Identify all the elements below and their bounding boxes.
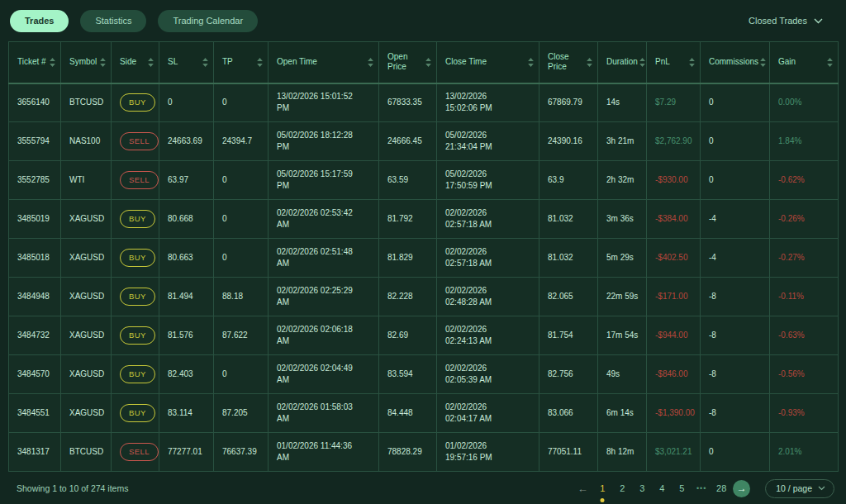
prev-page-button[interactable]: ← xyxy=(574,480,591,497)
open_time-value: 02/02/2026 02:04:49 AM xyxy=(277,364,353,385)
pnl-value: -$1,390.00 xyxy=(655,408,695,417)
sort-icon[interactable] xyxy=(689,58,695,67)
cell-commissions: 0 xyxy=(701,161,770,200)
column-header-side[interactable]: Side xyxy=(112,42,159,83)
column-header-pnl[interactable]: PnL xyxy=(647,42,701,83)
column-header-symbol[interactable]: Symbol xyxy=(61,42,112,83)
page-number-1[interactable]: 1 xyxy=(594,480,611,497)
cell-ticket: 3484732 xyxy=(9,316,61,355)
cell-side: SELL xyxy=(112,122,159,161)
column-header-gain[interactable]: Gain xyxy=(770,42,839,83)
sort-icon[interactable] xyxy=(760,58,766,67)
sort-icon[interactable] xyxy=(827,58,833,67)
sort-icon[interactable] xyxy=(50,58,55,67)
sort-icon[interactable] xyxy=(587,58,592,67)
pnl-value: -$384.00 xyxy=(655,214,687,223)
column-label: SL xyxy=(168,57,178,68)
cell-close_time: 02/02/2026 02:05:39 AM xyxy=(437,355,539,394)
cell-close_price: 82.756 xyxy=(539,355,598,394)
tab-trades[interactable]: Trades xyxy=(10,10,69,32)
cell-sl: 81.494 xyxy=(159,278,214,316)
close_price-value: 82.065 xyxy=(548,292,573,301)
sl-value: 81.494 xyxy=(168,292,193,301)
column-header-close_time[interactable]: Close Time xyxy=(437,42,539,83)
page-number-5[interactable]: 5 xyxy=(673,480,690,497)
commissions-value: 0 xyxy=(709,97,714,107)
cell-sl: 77277.01 xyxy=(159,433,214,472)
open_price-value: 81.792 xyxy=(387,214,413,223)
cell-open_time: 02/02/2026 02:04:49 AM xyxy=(269,355,379,394)
close_time-value: 01/02/2026 19:57:16 PM xyxy=(445,441,492,463)
sort-icon[interactable] xyxy=(368,58,373,67)
page-size-select[interactable]: 10 / page xyxy=(765,479,834,498)
symbol-value: NAS100 xyxy=(69,136,100,145)
cell-gain: 0.00% xyxy=(770,83,839,122)
sort-icon[interactable] xyxy=(100,58,106,67)
cell-open_time: 05/02/2026 15:17:59 PM xyxy=(269,161,379,200)
side-badge: BUY xyxy=(120,365,155,383)
ticket-value: 3552785 xyxy=(17,175,50,184)
column-header-ticket[interactable]: Ticket # xyxy=(9,42,61,83)
next-page-button[interactable]: → xyxy=(733,480,750,497)
page-number-2[interactable]: 2 xyxy=(614,480,630,497)
tab-trading-calendar[interactable]: Trading Calendar xyxy=(158,10,258,32)
ticket-value: 3484551 xyxy=(17,408,50,417)
open_time-value: 02/02/2026 02:51:48 AM xyxy=(277,247,353,269)
cell-close_price: 63.9 xyxy=(539,161,598,200)
close_time-value: 05/02/2026 21:34:04 PM xyxy=(445,131,492,152)
sort-icon[interactable] xyxy=(528,58,534,67)
tp-value: 0 xyxy=(222,175,227,184)
arrow-left-icon: ← xyxy=(577,483,588,495)
sl-value: 83.114 xyxy=(168,408,192,417)
cell-close_time: 01/02/2026 19:57:16 PM xyxy=(437,433,539,472)
commissions-value: 0 xyxy=(709,175,714,184)
column-header-open_time[interactable]: Open Time xyxy=(269,42,379,83)
cell-gain: 2.01% xyxy=(770,433,839,472)
open_price-value: 81.829 xyxy=(387,253,413,262)
column-header-close_price[interactable]: Close Price xyxy=(539,42,598,83)
column-header-commissions[interactable]: Commissions xyxy=(701,42,770,83)
open_time-value: 01/02/2026 11:44:36 AM xyxy=(277,441,352,463)
sort-icon[interactable] xyxy=(639,58,645,67)
sort-icon[interactable] xyxy=(202,58,208,67)
tp-value: 0 xyxy=(222,369,227,378)
duration-value: 8h 12m xyxy=(606,447,634,456)
sort-icon[interactable] xyxy=(425,58,431,67)
cell-close_price: 81.754 xyxy=(539,316,598,355)
cell-duration: 6m 14s xyxy=(598,394,647,433)
duration-value: 17m 54s xyxy=(606,330,638,340)
cell-close_time: 02/02/2026 02:57:18 AM xyxy=(437,200,539,239)
cell-close_time: 05/02/2026 21:34:04 PM xyxy=(437,122,539,161)
tab-statistics[interactable]: Statistics xyxy=(80,10,146,32)
symbol-value: XAGUSD xyxy=(69,214,104,223)
column-header-tp[interactable]: TP xyxy=(214,42,269,83)
sort-icon[interactable] xyxy=(257,58,263,67)
page-number-4[interactable]: 4 xyxy=(654,480,670,497)
cell-duration: 3h 21m xyxy=(598,122,647,161)
gain-value: -0.56% xyxy=(778,369,805,378)
pnl-value: -$944.00 xyxy=(655,330,687,340)
column-header-duration[interactable]: Duration xyxy=(598,42,647,83)
pagination-ellipsis[interactable]: ••• xyxy=(693,480,710,497)
sort-icon[interactable] xyxy=(148,58,154,67)
cell-open_price: 81.829 xyxy=(379,239,437,278)
close_price-value: 81.032 xyxy=(548,214,573,223)
closed-trades-dropdown[interactable]: Closed Trades xyxy=(749,16,823,26)
column-header-sl[interactable]: SL xyxy=(159,42,214,83)
cell-commissions: -8 xyxy=(701,278,770,316)
ticket-value: 3555794 xyxy=(17,136,50,145)
column-label: Duration xyxy=(606,57,638,68)
column-label: Close Price xyxy=(548,52,585,73)
cell-commissions: 0 xyxy=(701,122,770,161)
close_time-value: 02/02/2026 02:24:13 AM xyxy=(445,325,492,346)
cell-commissions: -4 xyxy=(701,200,770,239)
page-number-28[interactable]: 28 xyxy=(713,480,730,497)
page-number-3[interactable]: 3 xyxy=(634,480,650,497)
open_time-value: 13/02/2026 15:01:52 PM xyxy=(277,92,353,113)
column-header-open_price[interactable]: Open Price xyxy=(379,42,437,83)
cell-ticket: 3484948 xyxy=(9,278,61,316)
symbol-value: XAGUSD xyxy=(69,369,104,378)
cell-ticket: 3484570 xyxy=(9,355,61,394)
cell-gain: -0.26% xyxy=(770,200,839,239)
open_price-value: 78828.29 xyxy=(387,447,422,456)
